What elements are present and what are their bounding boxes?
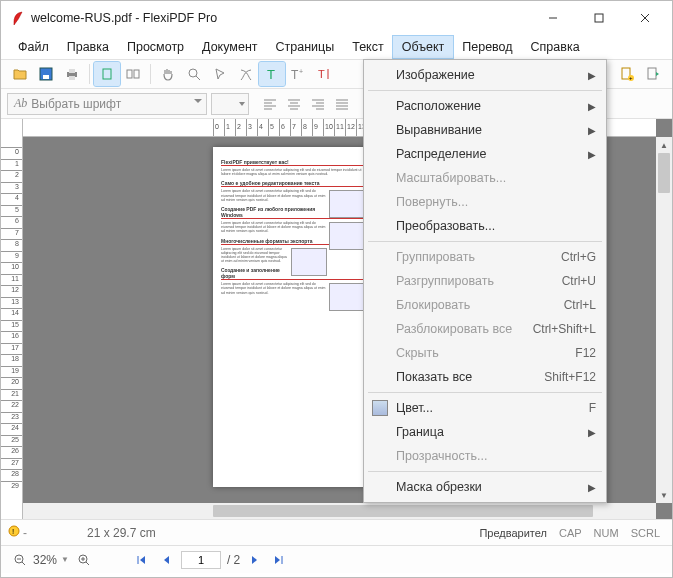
menu-item: БлокироватьCtrl+L — [366, 293, 604, 317]
vertical-scrollbar[interactable]: ▲ ▼ — [656, 137, 672, 503]
menu-item[interactable]: Расположение▶ — [366, 94, 604, 118]
num-indicator: NUM — [588, 527, 625, 539]
menu-item: Повернуть... — [366, 190, 604, 214]
select-tool-button[interactable] — [207, 62, 233, 86]
view-single-button[interactable] — [94, 62, 120, 86]
close-button[interactable] — [622, 3, 668, 33]
menu-item[interactable]: Выравнивание▶ — [366, 118, 604, 142]
page-heading: FlexiPDF приветствует вас! — [221, 159, 365, 166]
preview-label[interactable]: Предварител — [473, 527, 553, 539]
page-input[interactable] — [181, 551, 221, 569]
window-title: welcome-RUS.pdf - FlexiPDF Pro — [31, 11, 530, 25]
svg-rect-1 — [595, 14, 603, 22]
print-button[interactable] — [59, 62, 85, 86]
menu-просмотр[interactable]: Просмотр — [118, 36, 193, 58]
horizontal-scrollbar[interactable] — [23, 503, 656, 519]
minimize-button[interactable] — [530, 3, 576, 33]
scroll-thumb[interactable] — [213, 505, 593, 517]
menu-правка[interactable]: Правка — [58, 36, 118, 58]
zoom-out-button[interactable] — [11, 551, 29, 569]
chevron-down-icon[interactable]: ▼ — [61, 555, 69, 564]
menu-separator — [368, 392, 602, 393]
hand-tool-button[interactable] — [155, 62, 181, 86]
crop-tool-button[interactable] — [233, 62, 259, 86]
menu-item-label: Блокировать — [396, 298, 470, 312]
menu-item[interactable]: Цвет...F — [366, 396, 604, 420]
menu-документ[interactable]: Документ — [193, 36, 266, 58]
color-swatch-icon — [372, 400, 388, 416]
open-button[interactable] — [7, 62, 33, 86]
scroll-thumb[interactable] — [658, 153, 670, 193]
menu-shortcut: F12 — [575, 346, 596, 360]
svg-text:+: + — [629, 75, 633, 81]
zoom-value[interactable]: 32% — [33, 553, 57, 567]
last-page-button[interactable] — [270, 551, 288, 569]
menu-item[interactable]: Преобразовать... — [366, 214, 604, 238]
new-page-button[interactable]: + — [614, 62, 640, 86]
menu-item-label: Распределение — [396, 147, 486, 161]
menu-separator — [368, 241, 602, 242]
zoom-tool-button[interactable] — [181, 62, 207, 86]
view-facing-button[interactable] — [120, 62, 146, 86]
vertical-ruler: 0123456789101112131415161718192021222324… — [1, 119, 23, 519]
menu-item: Масштабировать... — [366, 166, 604, 190]
app-logo-icon — [11, 10, 25, 26]
pdf-page: FlexiPDF приветствует вас!Lorem ipsum do… — [213, 147, 373, 487]
vertical-text-tool-button[interactable]: T — [311, 62, 337, 86]
menu-item[interactable]: Маска обрезки▶ — [366, 475, 604, 499]
menu-объект[interactable]: Объект — [393, 36, 454, 58]
menu-item-label: Разгруппировать — [396, 274, 494, 288]
save-button[interactable] — [33, 62, 59, 86]
menu-item: Разблокировать всеCtrl+Shift+L — [366, 317, 604, 341]
font-placeholder: Выбрать шрифт — [31, 97, 121, 111]
maximize-button[interactable] — [576, 3, 622, 33]
menu-файл[interactable]: Файл — [9, 36, 58, 58]
chevron-down-icon — [194, 99, 202, 103]
text-tool-button[interactable]: T — [259, 62, 285, 86]
status-bar-lower: 32% ▼ / 2 — [1, 545, 672, 573]
hint-dash: - — [23, 526, 27, 540]
menu-shortcut: F — [589, 401, 596, 415]
page-thumbnail — [329, 190, 365, 218]
scrl-indicator: SCRL — [625, 527, 666, 539]
chevron-down-icon — [239, 102, 245, 106]
zoom-in-button[interactable] — [75, 551, 93, 569]
scroll-down-icon[interactable]: ▼ — [656, 487, 672, 503]
scroll-up-icon[interactable]: ▲ — [656, 137, 672, 153]
page-body: Lorem ipsum dolor sit amet consectetur a… — [221, 168, 365, 176]
menu-shortcut: Ctrl+U — [562, 274, 596, 288]
align-justify-button[interactable] — [331, 94, 353, 114]
menu-item-label: Изображение — [396, 68, 475, 82]
submenu-arrow-icon: ▶ — [588, 70, 596, 81]
menu-item-label: Прозрачность... — [396, 449, 487, 463]
menu-item[interactable]: Распределение▶ — [366, 142, 604, 166]
menu-текст[interactable]: Текст — [343, 36, 392, 58]
menu-перевод[interactable]: Перевод — [453, 36, 521, 58]
text-plus-tool-button[interactable]: T+ — [285, 62, 311, 86]
align-center-button[interactable] — [283, 94, 305, 114]
menu-shortcut: Ctrl+G — [561, 250, 596, 264]
export-button[interactable] — [640, 62, 666, 86]
font-size-picker[interactable] — [211, 93, 249, 115]
svg-text:T: T — [267, 67, 275, 82]
menu-item[interactable]: Изображение▶ — [366, 63, 604, 87]
titlebar: welcome-RUS.pdf - FlexiPDF Pro — [1, 1, 672, 35]
svg-point-12 — [189, 69, 197, 77]
menu-item[interactable]: Показать всеShift+F12 — [366, 365, 604, 389]
next-page-button[interactable] — [246, 551, 264, 569]
menu-item[interactable]: Граница▶ — [366, 420, 604, 444]
font-picker[interactable]: Ab Выбрать шрифт — [7, 93, 207, 115]
first-page-button[interactable] — [133, 551, 151, 569]
menubar: ФайлПравкаПросмотрДокументСтраницыТекстО… — [1, 35, 672, 59]
prev-page-button[interactable] — [157, 551, 175, 569]
align-left-button[interactable] — [259, 94, 281, 114]
separator — [150, 64, 151, 84]
menu-item: СкрытьF12 — [366, 341, 604, 365]
submenu-arrow-icon: ▶ — [588, 125, 596, 136]
menu-item-label: Показать все — [396, 370, 472, 384]
menu-справка[interactable]: Справка — [522, 36, 589, 58]
align-right-button[interactable] — [307, 94, 329, 114]
svg-rect-7 — [69, 69, 75, 73]
svg-rect-11 — [134, 70, 139, 78]
menu-страницы[interactable]: Страницы — [267, 36, 344, 58]
